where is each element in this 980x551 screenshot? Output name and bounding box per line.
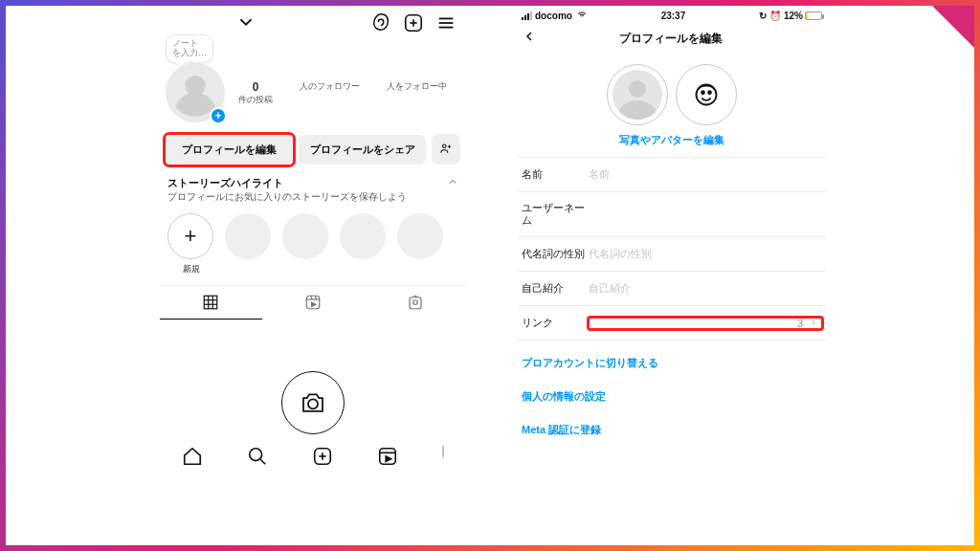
edit-photo-link[interactable]: 写真やアバターを編集	[514, 129, 830, 157]
stat-followers[interactable]: 人のフォロワー	[300, 80, 360, 106]
edit-profile-screen: docomo 23:37 ↻ ⏰ 12% プロフィールを編集 写真やアバターを編…	[514, 8, 830, 543]
tab-tagged[interactable]	[364, 286, 466, 320]
svg-point-20	[412, 300, 417, 305]
create-post-icon[interactable]	[397, 12, 430, 33]
chevron-right-icon	[809, 318, 818, 329]
field-links[interactable]: リンク 3	[518, 306, 826, 341]
nav-search-icon[interactable]	[247, 446, 268, 469]
profile-screen: ノート を入力… + 0 件の投稿 人のフォロワー 人をフォロー中	[160, 8, 466, 543]
meta-avatar-option[interactable]	[676, 64, 737, 125]
bottom-nav	[160, 440, 466, 471]
story-highlights-row: + 新規	[160, 204, 466, 285]
field-bio[interactable]: 自己紹介 自己紹介	[518, 272, 826, 306]
nav-home-icon[interactable]	[182, 446, 203, 469]
photo-avatar-option[interactable]	[607, 64, 668, 125]
alarm-icon: ⏰	[769, 11, 781, 21]
plus-icon: +	[167, 213, 213, 259]
stat-following[interactable]: 人をフォロー中	[387, 80, 447, 106]
username-chevron-icon[interactable]	[235, 11, 256, 34]
battery-icon	[805, 11, 822, 20]
links-count: 3	[797, 318, 803, 329]
nav-create-icon[interactable]	[312, 446, 333, 469]
note-line2: を入力…	[172, 49, 207, 58]
profile-fields: 名前 名前 ユーザーネーム 代名詞の性別 代名詞の性別 自己紹介 自己紹介 リン…	[514, 157, 830, 341]
svg-point-6	[443, 144, 447, 148]
field-bio-label: 自己紹介	[522, 281, 589, 296]
carrier-label: docomo	[535, 11, 572, 21]
story-highlights-header: ストーリーズハイライト プロフィールにお気に入りのストーリーズを保存しよう	[160, 172, 466, 204]
highlight-placeholder	[225, 213, 273, 276]
status-bar: docomo 23:37 ↻ ⏰ 12%	[514, 8, 830, 23]
new-highlight-label: 新規	[167, 263, 215, 276]
note-bubble[interactable]: ノート を入力…	[166, 34, 213, 63]
svg-point-31	[702, 91, 704, 94]
highlight-placeholder	[340, 213, 388, 276]
edit-profile-title: プロフィールを編集	[520, 31, 822, 47]
switch-pro-account-link[interactable]: プロアカウントに切り替える	[520, 346, 824, 380]
field-name-placeholder: 名前	[589, 167, 822, 182]
hamburger-menu-icon[interactable]	[430, 12, 462, 33]
story-highlights-title: ストーリーズハイライト	[167, 176, 407, 190]
meta-verified-link[interactable]: Meta 認証に登録	[520, 413, 824, 447]
share-profile-button[interactable]: プロフィールをシェア	[299, 135, 426, 165]
field-pronouns-label: 代名詞の性別	[522, 247, 589, 261]
orientation-lock-icon: ↻	[759, 11, 767, 21]
profile-buttons: プロフィールを編集 プロフィールをシェア	[160, 126, 466, 172]
field-pronouns[interactable]: 代名詞の性別 代名詞の性別	[518, 237, 826, 272]
field-username-label: ユーザーネーム	[522, 202, 589, 227]
svg-rect-14	[306, 296, 320, 309]
field-name[interactable]: 名前 名前	[518, 157, 826, 192]
account-links: プロアカウントに切り替える 個人の情報の設定 Meta 認証に登録	[514, 341, 830, 452]
brand-corner-decoration	[926, 0, 980, 54]
highlight-placeholder	[397, 213, 445, 276]
personal-info-link[interactable]: 個人の情報の設定	[520, 380, 824, 413]
avatar-picker	[514, 55, 830, 129]
svg-marker-29	[386, 456, 391, 462]
camera-icon	[281, 371, 345, 434]
field-links-label: リンク	[522, 316, 589, 330]
field-username[interactable]: ユーザーネーム	[518, 192, 826, 237]
svg-line-23	[260, 459, 266, 465]
discover-people-button[interactable]	[432, 134, 460, 165]
avatar-placeholder-icon	[612, 70, 662, 120]
tab-grid[interactable]	[160, 286, 262, 320]
new-highlight[interactable]: + 新規	[167, 213, 215, 276]
field-pronouns-placeholder: 代名詞の性別	[589, 247, 822, 261]
stat-posts-count: 0	[238, 80, 273, 94]
nav-profile-icon[interactable]	[442, 446, 444, 469]
battery-pct: 12%	[784, 11, 803, 21]
stat-posts[interactable]: 0 件の投稿	[238, 80, 273, 106]
svg-rect-19	[410, 298, 421, 309]
svg-point-21	[308, 399, 318, 408]
profile-top-bar	[160, 8, 466, 36]
svg-marker-18	[312, 302, 317, 307]
svg-point-32	[708, 91, 711, 94]
field-bio-placeholder: 自己紹介	[589, 281, 822, 296]
nav-reels-icon[interactable]	[377, 446, 398, 469]
threads-icon[interactable]	[365, 12, 397, 33]
tab-reels[interactable]	[262, 286, 365, 320]
signal-icon	[522, 11, 532, 20]
highlight-placeholder	[282, 213, 330, 276]
profile-stats: 0 件の投稿 人のフォロワー 人をフォロー中	[225, 80, 460, 106]
story-highlights-desc: プロフィールにお気に入りのストーリーズを保存しよう	[167, 190, 407, 204]
edit-profile-button[interactable]: プロフィールを編集	[166, 135, 293, 165]
field-links-value-area: 3	[589, 318, 822, 329]
collapse-chevron-icon[interactable]	[447, 176, 458, 189]
add-story-plus-icon[interactable]: +	[210, 107, 227, 124]
stat-followers-label: 人のフォロワー	[300, 80, 360, 93]
wifi-icon	[576, 10, 588, 21]
stat-posts-label: 件の投稿	[238, 94, 273, 106]
edit-profile-header: プロフィールを編集	[514, 23, 830, 55]
profile-avatar[interactable]: +	[166, 63, 225, 122]
svg-rect-9	[205, 296, 218, 309]
svg-point-22	[250, 449, 262, 461]
empty-posts	[160, 320, 466, 434]
status-time: 23:37	[588, 11, 759, 21]
field-name-label: 名前	[522, 167, 589, 182]
profile-tabs	[160, 285, 466, 320]
stat-following-label: 人をフォロー中	[387, 80, 447, 93]
